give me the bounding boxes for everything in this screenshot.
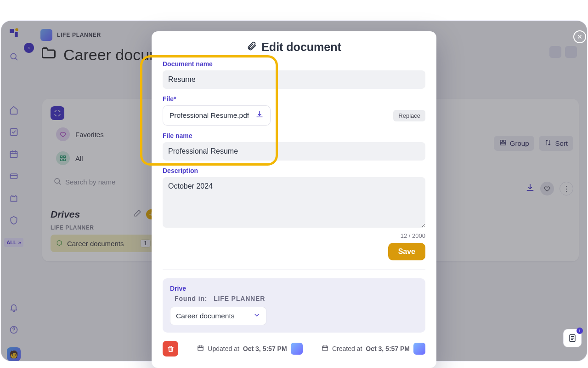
found-in-row: Found in: LIFE PLANNER xyxy=(170,295,418,302)
updated-at-value: Oct 3, 5:57 PM xyxy=(243,345,287,352)
char-count: 12 / 2000 xyxy=(163,232,425,239)
divider xyxy=(163,270,425,270)
drive-select-value: Career documents xyxy=(176,312,235,320)
updated-group: Updated at Oct 3, 5:57 PM xyxy=(197,343,302,355)
document-name-input[interactable] xyxy=(163,70,425,89)
label-document-name: Document name xyxy=(163,60,425,68)
save-label: Save xyxy=(398,247,415,255)
found-in-label: Found in: xyxy=(175,295,207,302)
file-chip[interactable]: Professional Resume.pdf xyxy=(163,105,271,126)
file-name-input[interactable] xyxy=(163,142,425,161)
chevron-down-icon xyxy=(253,311,260,321)
label-description: Description xyxy=(163,167,425,174)
save-button[interactable]: Save xyxy=(388,243,425,260)
label-drive: Drive xyxy=(170,285,418,292)
updated-by-avatar xyxy=(291,343,303,355)
drive-panel: Drive Found in: LIFE PLANNER Career docu… xyxy=(163,278,425,333)
description-input[interactable] xyxy=(163,177,425,228)
created-at-label: Created at xyxy=(332,345,362,352)
meta-row: Updated at Oct 3, 5:57 PM Created at Oct… xyxy=(163,341,425,356)
delete-button[interactable] xyxy=(163,341,178,356)
modal-backdrop: Edit document Document name File* Profes… xyxy=(0,0,588,368)
created-group: Created at Oct 3, 5:57 PM xyxy=(322,343,425,355)
label-file-name: File name xyxy=(163,132,425,139)
svg-rect-16 xyxy=(198,346,203,351)
edit-document-modal: Edit document Document name File* Profes… xyxy=(152,31,436,368)
calendar-icon xyxy=(322,345,328,353)
drive-select[interactable]: Career documents xyxy=(170,307,266,325)
found-in-value: LIFE PLANNER xyxy=(214,295,265,302)
replace-button[interactable]: Replace xyxy=(393,110,425,121)
modal-title-row: Edit document xyxy=(163,40,425,54)
file-row: Professional Resume.pdf Replace xyxy=(163,105,425,126)
svg-rect-17 xyxy=(322,346,328,351)
download-icon[interactable] xyxy=(255,110,264,121)
modal-title: Edit document xyxy=(261,40,341,54)
paperclip-icon xyxy=(247,40,257,54)
label-file: File* xyxy=(163,95,425,103)
created-at-value: Oct 3, 5:57 PM xyxy=(366,345,410,352)
replace-label: Replace xyxy=(398,112,420,119)
calendar-icon xyxy=(197,345,204,353)
updated-at-label: Updated at xyxy=(208,345,239,352)
file-chip-name: Professional Resume.pdf xyxy=(170,111,249,120)
created-by-avatar xyxy=(413,343,425,355)
